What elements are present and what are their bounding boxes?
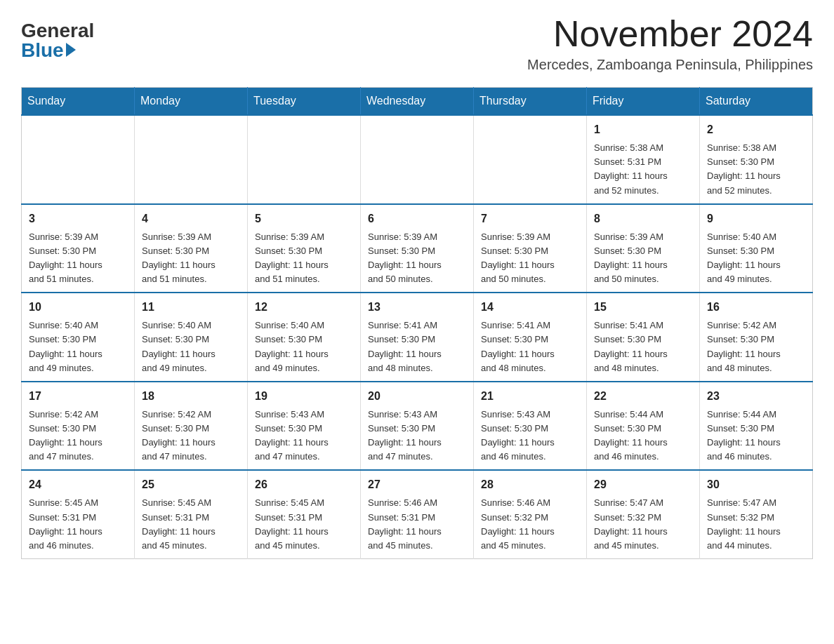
- location-title: Mercedes, Zamboanga Peninsula, Philippin…: [527, 57, 813, 73]
- day-number: 3: [29, 210, 127, 227]
- logo-triangle-icon: [66, 43, 76, 57]
- calendar-cell: 26Sunrise: 5:45 AM Sunset: 5:31 PM Dayli…: [248, 470, 361, 558]
- day-number: 4: [142, 210, 240, 227]
- calendar-cell: 24Sunrise: 5:45 AM Sunset: 5:31 PM Dayli…: [22, 470, 135, 558]
- day-info: Sunrise: 5:44 AM Sunset: 5:30 PM Dayligh…: [594, 408, 692, 464]
- calendar-cell: 29Sunrise: 5:47 AM Sunset: 5:32 PM Dayli…: [587, 470, 700, 558]
- calendar-week-2: 3Sunrise: 5:39 AM Sunset: 5:30 PM Daylig…: [22, 204, 813, 293]
- day-info: Sunrise: 5:43 AM Sunset: 5:30 PM Dayligh…: [481, 408, 579, 464]
- calendar-cell: 1Sunrise: 5:38 AM Sunset: 5:31 PM Daylig…: [587, 115, 700, 204]
- day-number: 9: [707, 210, 805, 227]
- title-area: November 2024 Mercedes, Zamboanga Penins…: [527, 14, 813, 73]
- header-day-wednesday: Wednesday: [361, 88, 474, 116]
- calendar-cell: 25Sunrise: 5:45 AM Sunset: 5:31 PM Dayli…: [135, 470, 248, 558]
- day-info: Sunrise: 5:39 AM Sunset: 5:30 PM Dayligh…: [594, 230, 692, 287]
- day-info: Sunrise: 5:40 AM Sunset: 5:30 PM Dayligh…: [142, 318, 240, 375]
- calendar-cell: 7Sunrise: 5:39 AM Sunset: 5:30 PM Daylig…: [474, 204, 587, 293]
- day-info: Sunrise: 5:43 AM Sunset: 5:30 PM Dayligh…: [368, 408, 466, 464]
- calendar-cell: 8Sunrise: 5:39 AM Sunset: 5:30 PM Daylig…: [587, 204, 700, 293]
- day-number: 12: [255, 299, 353, 316]
- day-info: Sunrise: 5:40 AM Sunset: 5:30 PM Dayligh…: [255, 318, 353, 375]
- day-info: Sunrise: 5:39 AM Sunset: 5:30 PM Dayligh…: [481, 230, 579, 287]
- calendar-header: SundayMondayTuesdayWednesdayThursdayFrid…: [22, 88, 813, 116]
- day-info: Sunrise: 5:46 AM Sunset: 5:32 PM Dayligh…: [481, 496, 579, 553]
- day-info: Sunrise: 5:47 AM Sunset: 5:32 PM Dayligh…: [707, 496, 805, 553]
- day-info: Sunrise: 5:40 AM Sunset: 5:30 PM Dayligh…: [29, 318, 127, 375]
- calendar-week-5: 24Sunrise: 5:45 AM Sunset: 5:31 PM Dayli…: [22, 470, 813, 558]
- day-info: Sunrise: 5:46 AM Sunset: 5:31 PM Dayligh…: [368, 496, 466, 553]
- calendar-week-1: 1Sunrise: 5:38 AM Sunset: 5:31 PM Daylig…: [22, 115, 813, 204]
- day-info: Sunrise: 5:41 AM Sunset: 5:30 PM Dayligh…: [594, 318, 692, 375]
- calendar-body: 1Sunrise: 5:38 AM Sunset: 5:31 PM Daylig…: [22, 115, 813, 558]
- day-info: Sunrise: 5:42 AM Sunset: 5:30 PM Dayligh…: [29, 408, 127, 464]
- header-day-friday: Friday: [587, 88, 700, 116]
- day-info: Sunrise: 5:38 AM Sunset: 5:31 PM Dayligh…: [594, 141, 692, 198]
- day-number: 30: [707, 476, 805, 493]
- day-number: 15: [594, 299, 692, 316]
- header-day-saturday: Saturday: [700, 88, 813, 116]
- calendar-cell: 11Sunrise: 5:40 AM Sunset: 5:30 PM Dayli…: [135, 293, 248, 382]
- day-number: 2: [707, 121, 805, 138]
- day-info: Sunrise: 5:45 AM Sunset: 5:31 PM Dayligh…: [29, 496, 127, 553]
- day-number: 25: [142, 476, 240, 493]
- day-info: Sunrise: 5:39 AM Sunset: 5:30 PM Dayligh…: [29, 230, 127, 287]
- calendar-cell: 21Sunrise: 5:43 AM Sunset: 5:30 PM Dayli…: [474, 382, 587, 471]
- day-info: Sunrise: 5:44 AM Sunset: 5:30 PM Dayligh…: [707, 408, 805, 464]
- calendar-cell: 4Sunrise: 5:39 AM Sunset: 5:30 PM Daylig…: [135, 204, 248, 293]
- day-info: Sunrise: 5:41 AM Sunset: 5:30 PM Dayligh…: [481, 318, 579, 375]
- day-number: 1: [594, 121, 692, 138]
- header: General Blue November 2024 Mercedes, Zam…: [21, 14, 813, 73]
- day-info: Sunrise: 5:45 AM Sunset: 5:31 PM Dayligh…: [255, 496, 353, 553]
- day-info: Sunrise: 5:41 AM Sunset: 5:30 PM Dayligh…: [368, 318, 466, 375]
- logo-blue-text: Blue: [21, 41, 76, 60]
- calendar-cell: 12Sunrise: 5:40 AM Sunset: 5:30 PM Dayli…: [248, 293, 361, 382]
- month-title: November 2024: [527, 14, 813, 54]
- calendar-cell: 27Sunrise: 5:46 AM Sunset: 5:31 PM Dayli…: [361, 470, 474, 558]
- calendar-cell: 19Sunrise: 5:43 AM Sunset: 5:30 PM Dayli…: [248, 382, 361, 471]
- calendar-cell: [361, 115, 474, 204]
- day-info: Sunrise: 5:47 AM Sunset: 5:32 PM Dayligh…: [594, 496, 692, 553]
- day-number: 7: [481, 210, 579, 227]
- calendar-cell: 28Sunrise: 5:46 AM Sunset: 5:32 PM Dayli…: [474, 470, 587, 558]
- calendar-week-3: 10Sunrise: 5:40 AM Sunset: 5:30 PM Dayli…: [22, 293, 813, 382]
- calendar-cell: [135, 115, 248, 204]
- header-day-thursday: Thursday: [474, 88, 587, 116]
- day-number: 6: [368, 210, 466, 227]
- calendar-cell: 5Sunrise: 5:39 AM Sunset: 5:30 PM Daylig…: [248, 204, 361, 293]
- day-number: 14: [481, 299, 579, 316]
- calendar-cell: [22, 115, 135, 204]
- day-info: Sunrise: 5:39 AM Sunset: 5:30 PM Dayligh…: [368, 230, 466, 287]
- calendar-cell: 17Sunrise: 5:42 AM Sunset: 5:30 PM Dayli…: [22, 382, 135, 471]
- logo: General Blue: [21, 14, 94, 60]
- day-info: Sunrise: 5:38 AM Sunset: 5:30 PM Dayligh…: [707, 141, 805, 198]
- calendar-cell: 15Sunrise: 5:41 AM Sunset: 5:30 PM Dayli…: [587, 293, 700, 382]
- calendar-cell: 6Sunrise: 5:39 AM Sunset: 5:30 PM Daylig…: [361, 204, 474, 293]
- day-info: Sunrise: 5:43 AM Sunset: 5:30 PM Dayligh…: [255, 408, 353, 464]
- day-number: 22: [594, 388, 692, 405]
- day-info: Sunrise: 5:39 AM Sunset: 5:30 PM Dayligh…: [255, 230, 353, 287]
- calendar-cell: [474, 115, 587, 204]
- calendar-cell: 3Sunrise: 5:39 AM Sunset: 5:30 PM Daylig…: [22, 204, 135, 293]
- day-number: 27: [368, 476, 466, 493]
- day-info: Sunrise: 5:40 AM Sunset: 5:30 PM Dayligh…: [707, 230, 805, 287]
- day-number: 13: [368, 299, 466, 316]
- logo-general-text: General: [21, 21, 94, 41]
- day-info: Sunrise: 5:45 AM Sunset: 5:31 PM Dayligh…: [142, 496, 240, 553]
- day-info: Sunrise: 5:42 AM Sunset: 5:30 PM Dayligh…: [707, 318, 805, 375]
- calendar-cell: 10Sunrise: 5:40 AM Sunset: 5:30 PM Dayli…: [22, 293, 135, 382]
- day-number: 21: [481, 388, 579, 405]
- day-number: 28: [481, 476, 579, 493]
- day-number: 29: [594, 476, 692, 493]
- calendar-cell: [248, 115, 361, 204]
- calendar-table: SundayMondayTuesdayWednesdayThursdayFrid…: [21, 87, 813, 559]
- day-number: 8: [594, 210, 692, 227]
- day-number: 11: [142, 299, 240, 316]
- day-info: Sunrise: 5:42 AM Sunset: 5:30 PM Dayligh…: [142, 408, 240, 464]
- calendar-cell: 14Sunrise: 5:41 AM Sunset: 5:30 PM Dayli…: [474, 293, 587, 382]
- day-number: 18: [142, 388, 240, 405]
- header-day-monday: Monday: [135, 88, 248, 116]
- calendar-cell: 20Sunrise: 5:43 AM Sunset: 5:30 PM Dayli…: [361, 382, 474, 471]
- day-number: 5: [255, 210, 353, 227]
- day-number: 23: [707, 388, 805, 405]
- day-number: 26: [255, 476, 353, 493]
